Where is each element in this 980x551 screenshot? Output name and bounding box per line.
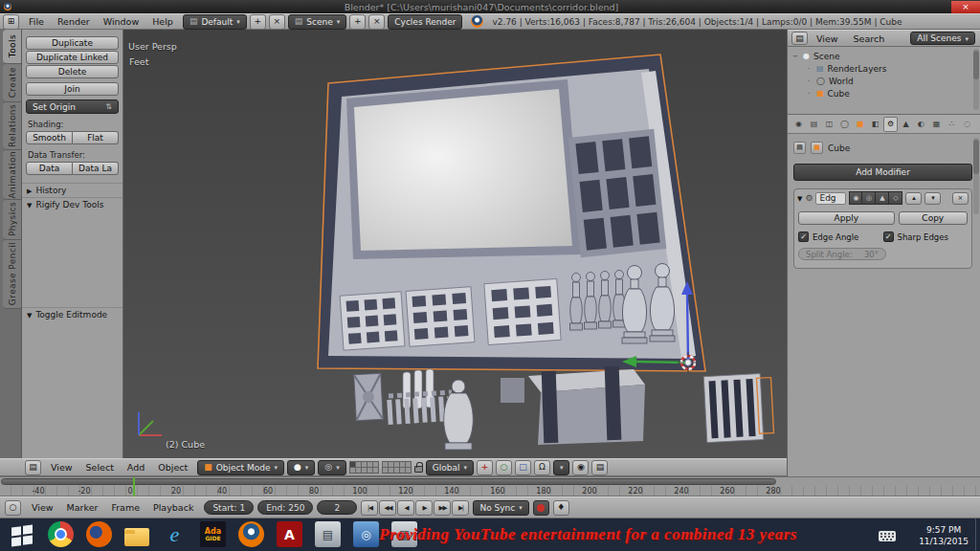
outliner-row[interactable]: · ◯ World [788,75,980,87]
close-button[interactable]: × [951,1,980,13]
shade-smooth-button[interactable]: Smooth [26,131,73,144]
add-modifier-dropdown[interactable]: Add Modifier [793,164,972,181]
internet-explorer-icon[interactable]: e [162,521,188,547]
firefox-icon[interactable] [86,521,112,547]
menu-window[interactable]: Window [97,14,145,29]
modifier-expand-toggle[interactable] [797,193,802,203]
chrome-icon[interactable] [48,521,74,547]
keying-set-button[interactable] [553,500,569,516]
tab-render-layers[interactable]: ▤ [807,117,821,132]
tool-tab-create[interactable]: Create [3,64,21,102]
tab-object-data[interactable]: ▲ [899,117,913,132]
modifier-delete-button[interactable] [952,192,969,205]
file-explorer-icon[interactable] [124,528,149,546]
modifier-render-toggle[interactable] [849,191,862,205]
modifier-move-down-button[interactable] [924,192,941,205]
copy-button[interactable]: Copy [899,211,968,225]
menu-frame[interactable]: Frame [104,497,146,518]
split-angle-slider[interactable]: Split Angle: 30° [798,248,886,260]
tab-constraints[interactable]: ◧ [868,117,882,132]
close-scene-button[interactable] [368,14,385,30]
jump-to-end-button[interactable]: ▶| [452,500,469,516]
toggle-editmode-panel-header[interactable]: Toggle Editmode [22,307,122,321]
editor-type-button[interactable] [5,500,21,516]
mode-dropdown[interactable]: Object Mode [197,460,284,475]
app-icon-2[interactable]: ◎ [353,521,379,547]
render-opengl-anim-button[interactable] [591,460,608,475]
tab-object[interactable]: ■ [853,117,867,132]
outliner-row[interactable]: · ■ Cube [788,87,980,99]
render-opengl-button[interactable] [572,460,589,475]
outliner-scrollbar[interactable] [973,49,979,110]
play-reverse-button[interactable]: ◀ [397,500,414,516]
start-button[interactable] [7,524,37,547]
close-layout-button[interactable] [269,14,285,30]
current-frame-playhead[interactable] [133,477,135,496]
tool-tab-tools[interactable]: Tools [3,30,21,64]
menu-marker[interactable]: Marker [60,497,105,518]
rotate-manipulator-button[interactable] [496,460,512,475]
end-frame-field[interactable]: End:250 [257,500,313,515]
outliner-search-menu[interactable]: Search [847,31,892,46]
modifier-cage-toggle[interactable] [889,191,902,205]
menu-object[interactable]: Object [151,459,194,475]
menu-add[interactable]: Add [121,459,151,475]
data-button[interactable]: Data [26,162,73,175]
app-icon-1[interactable]: ▤ [315,521,341,547]
tool-tab-animation[interactable]: Animation [3,150,21,200]
touch-keyboard-icon[interactable] [879,531,896,541]
jump-to-start-button[interactable]: |◀ [361,500,378,516]
data-layout-button[interactable]: Data La [73,162,119,175]
blender-icon[interactable] [238,521,264,547]
timeline-scrollbar[interactable] [0,476,980,486]
record-button[interactable] [533,500,549,516]
browse-id-icon[interactable] [793,142,806,154]
layers-widget[interactable] [349,461,412,474]
tab-world[interactable]: ◯ [837,117,852,132]
apply-button[interactable]: Apply [798,211,895,225]
menu-view[interactable]: View [44,459,79,475]
modifier-move-up-button[interactable] [905,192,922,205]
set-origin-dropdown[interactable]: Set Origin [26,99,119,114]
duplicate-button[interactable]: Duplicate [26,36,119,50]
edge-angle-checkbox[interactable] [798,231,809,242]
outliner-filter-dropdown[interactable]: All Scenes [910,32,975,45]
menu-view[interactable]: View [25,497,60,518]
next-keyframe-button[interactable]: ▶▶ [434,500,451,516]
scale-manipulator-button[interactable] [515,460,531,475]
sharp-edges-checkbox[interactable] [883,231,894,242]
orientation-dropdown[interactable]: Global [426,460,474,475]
play-button[interactable]: ▶ [415,500,433,516]
modifier-editmode-toggle[interactable] [876,191,889,205]
translate-manipulator-button[interactable] [477,460,493,475]
sync-dropdown[interactable]: No Sync [473,500,528,516]
tab-scene[interactable]: ◫ [822,117,836,132]
snap-toggle-button[interactable] [534,460,550,475]
join-button[interactable]: Join [26,82,119,96]
timeline-scroll-thumb[interactable] [1,478,776,485]
scene-lock-icon[interactable] [414,466,423,473]
tab-particles[interactable]: ∴ [945,117,959,132]
outliner-row[interactable]: · ▤ RenderLayers [788,62,980,75]
menu-playback[interactable]: Playback [146,497,200,518]
render-engine-dropdown[interactable]: Cycles Render [388,14,462,30]
prev-keyframe-button[interactable]: ◀◀ [379,500,396,516]
current-frame-field[interactable]: 2 [317,500,357,515]
start-frame-field[interactable]: Start:1 [204,500,254,515]
scene-dropdown[interactable]: Scene [288,14,346,30]
properties-scrollbar[interactable] [973,138,979,214]
ada-gide-icon[interactable]: Ada GIDE [200,521,226,547]
duplicate-linked-button[interactable]: Duplicate Linked [26,51,119,64]
3d-viewport[interactable]: User Persp Feet (2) Cube [123,30,787,458]
shading-dropdown[interactable] [287,460,315,475]
outliner-row[interactable]: − ● Scene [788,50,980,62]
outliner-view-menu[interactable]: View [810,31,845,46]
tray-clock[interactable]: 9:57 PM 11/13/2015 [919,524,969,547]
tab-physics[interactable]: ◌ [960,117,974,132]
modifier-viewport-toggle[interactable] [862,191,876,205]
3d-scene[interactable] [123,30,787,458]
menu-file[interactable]: File [22,14,51,29]
tab-modifiers[interactable]: ⚙ [883,117,898,132]
screen-layout-dropdown[interactable]: Default [183,14,247,30]
tab-material[interactable]: ◐ [914,117,928,132]
